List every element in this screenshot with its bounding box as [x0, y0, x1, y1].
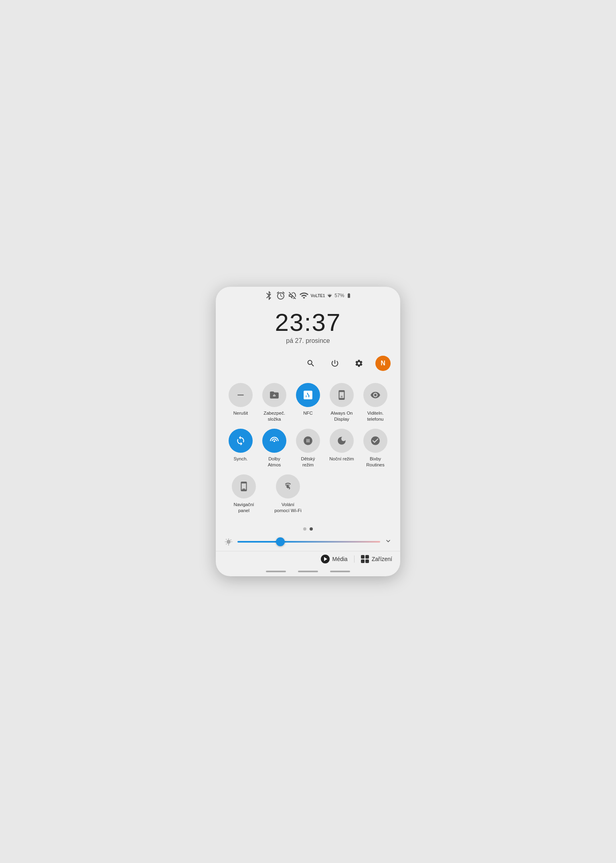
- nerusit-icon: [229, 383, 253, 407]
- volani-wifi-icon: [276, 474, 300, 498]
- wifi-icon: [299, 291, 309, 300]
- nocni-rezim-label: Noční režim: [329, 456, 354, 462]
- tiles-row-2: Synch. DolbyAtmos Dětskýrežim Noční reži…: [224, 429, 392, 468]
- dolby-atmos-label: DolbyAtmos: [268, 456, 281, 468]
- detsky-rezim-label: Dětskýrežim: [301, 456, 315, 468]
- child-icon: [303, 436, 313, 446]
- search-button[interactable]: [303, 356, 318, 371]
- clock-area: 23:37 pá 27. prosince: [216, 302, 400, 348]
- tile-nfc[interactable]: NFC: [292, 383, 324, 422]
- nerusit-label: Nerušit: [233, 410, 248, 416]
- viditeln-telefonu-icon: [363, 383, 387, 407]
- power-button[interactable]: [327, 356, 342, 371]
- nav-home-button[interactable]: [298, 571, 318, 572]
- tiles-row-1: Nerušit Zabezpeč.složka NFC Always OnDis…: [224, 383, 392, 422]
- tile-viditeln-telefonu[interactable]: Viditeln.telefonu: [359, 383, 391, 422]
- routines-icon: [370, 436, 381, 446]
- page-dots: [216, 520, 400, 535]
- brightness-thumb[interactable]: [276, 537, 285, 546]
- settings-icon: [355, 359, 363, 368]
- nfc-label: NFC: [303, 410, 313, 416]
- aod-icon: [336, 390, 347, 400]
- media-button[interactable]: Média: [321, 555, 348, 563]
- synch-label: Synch.: [233, 456, 247, 462]
- tiles-row-3: Navigačnípanel Volánípomocí Wi-Fi: [224, 474, 392, 514]
- volani-wifi-label: Volánípomocí Wi-Fi: [274, 502, 302, 514]
- status-icons: VoLTE1 57%: [264, 291, 352, 300]
- sun-icon: [225, 538, 233, 546]
- settings-button[interactable]: [351, 356, 367, 371]
- power-icon: [330, 359, 339, 368]
- tile-detsky-rezim[interactable]: Dětskýrežim: [292, 429, 324, 468]
- brightness-low-icon: [224, 537, 233, 547]
- moon-icon: [336, 436, 347, 446]
- page-dot-1[interactable]: [303, 527, 306, 531]
- profile-button[interactable]: N: [375, 356, 391, 371]
- tiles-container: Nerušit Zabezpeč.složka NFC Always OnDis…: [216, 379, 400, 520]
- nav-panel-icon: [239, 481, 249, 492]
- signal-icon: [327, 293, 332, 298]
- chevron-down-icon: [384, 537, 392, 545]
- dolby-atmos-icon: [262, 429, 286, 453]
- navigacni-panel-icon: [232, 474, 256, 498]
- nav-bar: [216, 567, 400, 576]
- search-icon: [306, 359, 315, 368]
- brightness-slider[interactable]: [237, 541, 380, 543]
- nav-back-button[interactable]: [266, 571, 286, 572]
- nocni-rezim-icon: [330, 429, 354, 453]
- zabezpec-slozka-label: Zabezpeč.složka: [263, 410, 285, 422]
- status-bar: VoLTE1 57%: [216, 287, 400, 302]
- media-label: Média: [332, 556, 348, 562]
- tile-nocni-rezim[interactable]: Noční režim: [326, 429, 358, 468]
- nfc-symbol-icon: [303, 390, 313, 400]
- clock-date: pá 27. prosince: [216, 337, 400, 344]
- brightness-row: [216, 535, 400, 551]
- page-dot-2[interactable]: [310, 527, 313, 531]
- tile-always-on-display[interactable]: Always OnDisplay: [326, 383, 358, 422]
- nfc-icon: [296, 383, 320, 407]
- tile-bixby-routines[interactable]: BixbyRoutines: [359, 429, 391, 468]
- visibility-icon: [370, 390, 381, 400]
- bixby-routines-label: BixbyRoutines: [366, 456, 384, 468]
- wifi-call-icon: [283, 481, 293, 492]
- bottom-bar: Média Zařízení: [216, 551, 400, 567]
- synch-icon: [229, 429, 253, 453]
- devices-button[interactable]: Zařízení: [361, 555, 392, 563]
- navigacni-panel-label: Navigačnípanel: [233, 502, 254, 514]
- dolby-icon: [269, 436, 280, 446]
- profile-initial: N: [381, 360, 385, 367]
- folder-lock-icon: [269, 390, 280, 400]
- toolbar: N: [216, 348, 400, 375]
- bluetooth-icon: [264, 291, 274, 300]
- sync-icon: [235, 436, 246, 446]
- media-play-icon: [321, 555, 330, 563]
- bixby-routines-icon: [363, 429, 387, 453]
- tile-navigacni-panel[interactable]: Navigačnípanel: [228, 474, 260, 514]
- phone-frame: VoLTE1 57% 23:37 pá 27. prosince N: [216, 287, 400, 576]
- detsky-rezim-icon: [296, 429, 320, 453]
- tile-dolby-atmos[interactable]: DolbyAtmos: [258, 429, 290, 468]
- tile-synch[interactable]: Synch.: [225, 429, 257, 468]
- nav-recents-button[interactable]: [330, 571, 350, 572]
- battery-icon: [346, 293, 352, 298]
- lte-indicator: VoLTE1: [311, 294, 325, 298]
- minus-icon: [235, 390, 246, 400]
- viditeln-telefonu-label: Viditeln.telefonu: [367, 410, 384, 422]
- zabezpec-slozka-icon: [262, 383, 286, 407]
- brightness-expand-button[interactable]: [384, 537, 392, 547]
- alarm-icon: [276, 291, 286, 300]
- tile-nerusit[interactable]: Nerušit: [225, 383, 257, 422]
- battery-percentage: 57%: [334, 293, 344, 298]
- tile-volani-wifi[interactable]: Volánípomocí Wi-Fi: [272, 474, 304, 514]
- always-on-display-icon: [330, 383, 354, 407]
- always-on-display-label: Always OnDisplay: [331, 410, 353, 422]
- devices-label: Zařízení: [372, 556, 392, 562]
- devices-icon: [361, 555, 369, 563]
- mute-icon: [288, 291, 297, 300]
- clock-time: 23:37: [216, 310, 400, 335]
- tile-zabezpec-slozka[interactable]: Zabezpeč.složka: [258, 383, 290, 422]
- bottom-bar-divider: [354, 555, 355, 563]
